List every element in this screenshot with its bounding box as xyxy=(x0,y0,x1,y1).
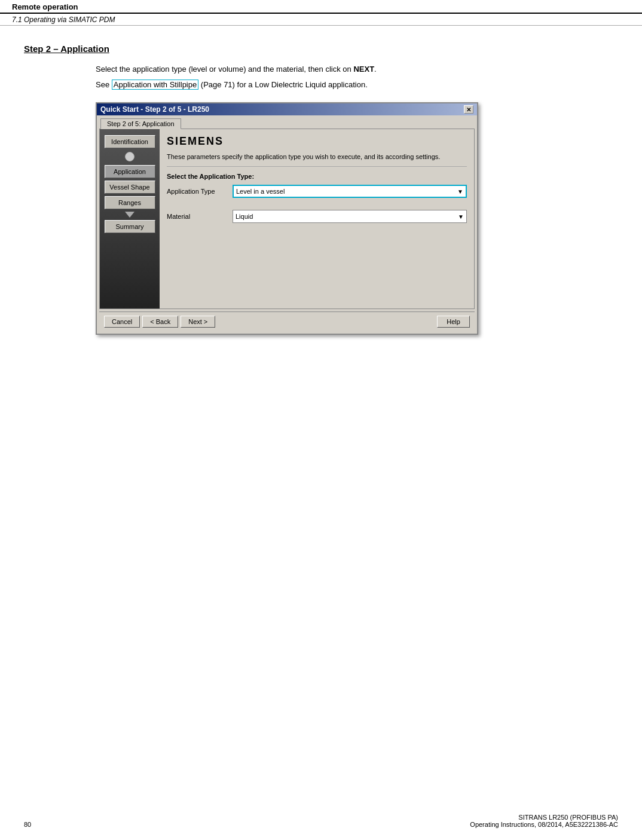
material-label: Material xyxy=(167,213,233,220)
header-subtitle: 7.1 Operating via SIMATIC PDM xyxy=(12,16,115,24)
material-select[interactable]: Liquid ▼ xyxy=(233,210,467,223)
dialog-tabs: Step 2 of 5: Application xyxy=(97,115,477,129)
main-content: Step 2 – Application Select the applicat… xyxy=(0,26,642,359)
dialog-footer: Cancel < Back Next > Help xyxy=(99,311,475,331)
app-type-select[interactable]: Level in a vessel ▼ xyxy=(233,185,467,198)
description-line1: Select the application type (level or vo… xyxy=(96,63,618,75)
footer-right-buttons: Help xyxy=(437,316,470,328)
description-block: Select the application type (level or vo… xyxy=(96,63,618,90)
back-button[interactable]: < Back xyxy=(142,316,178,328)
page-subheader: 7.1 Operating via SIMATIC PDM xyxy=(0,14,642,26)
header-title: Remote operation xyxy=(12,2,78,11)
sidebar-item-application[interactable]: Application xyxy=(105,165,155,178)
dialog-tab-application[interactable]: Step 2 of 5: Application xyxy=(100,118,181,129)
sidebar-nav: Identification Application Vessel Shape … xyxy=(100,129,160,308)
dialog-window: Quick Start - Step 2 of 5 - LR250 ✕ Step… xyxy=(96,102,478,335)
form-row-app-type: Application Type Level in a vessel ▼ xyxy=(167,185,467,198)
material-section: Material Liquid ▼ xyxy=(167,210,467,223)
material-dropdown-arrow-icon: ▼ xyxy=(458,213,464,220)
sidebar-item-identification[interactable]: Identification xyxy=(105,135,155,148)
stillpipe-link[interactable]: Application with Stillpipe xyxy=(112,80,198,90)
page-footer: SITRANS LR250 (PROFIBUS PA) Operating In… xyxy=(470,814,618,828)
app-type-value: Level in a vessel xyxy=(236,188,285,195)
page-header: Remote operation xyxy=(0,0,642,14)
desc2-post: for a Low Dielectric Liquid application. xyxy=(235,80,368,89)
help-button[interactable]: Help xyxy=(437,316,470,328)
footer-left-buttons: Cancel < Back Next > xyxy=(104,316,215,328)
app-type-label: Application Type xyxy=(167,188,233,195)
sidebar-item-summary[interactable]: Summary xyxy=(105,220,155,233)
product-name: SITRANS LR250 (PROFIBUS PA) xyxy=(470,814,618,821)
page-ref: Page 71 xyxy=(203,80,232,89)
step-indicator-application xyxy=(125,152,134,161)
sidebar-item-vessel-shape[interactable]: Vessel Shape xyxy=(105,181,155,194)
dialog-body: Identification Application Vessel Shape … xyxy=(99,129,475,309)
desc1-end: . xyxy=(374,65,377,74)
form-row-material: Material Liquid ▼ xyxy=(167,210,467,223)
next-button[interactable]: Next > xyxy=(181,316,215,328)
dropdown-arrow-icon: ▼ xyxy=(457,188,463,195)
page-number: 80 xyxy=(24,821,31,828)
dialog-container: Quick Start - Step 2 of 5 - LR250 ✕ Step… xyxy=(96,102,618,335)
desc2-pre: See xyxy=(96,80,112,89)
material-value: Liquid xyxy=(236,213,253,220)
close-button[interactable]: ✕ xyxy=(464,105,473,114)
description-line2: See Application with Stillpipe (Page 71)… xyxy=(96,79,618,91)
dialog-main-content: SIEMENS These parameters specify the app… xyxy=(160,129,474,308)
dialog-title: Quick Start - Step 2 of 5 - LR250 xyxy=(100,105,209,114)
dialog-description: These parameters specify the application… xyxy=(167,152,467,167)
cancel-button[interactable]: Cancel xyxy=(104,316,140,328)
arrow-down-icon xyxy=(125,212,134,218)
section-title: Step 2 – Application xyxy=(24,44,618,54)
desc1-bold: NEXT xyxy=(353,65,374,74)
siemens-logo: SIEMENS xyxy=(167,135,467,148)
doc-info: Operating Instructions, 08/2014, A5E3222… xyxy=(470,821,618,828)
sidebar-item-ranges[interactable]: Ranges xyxy=(105,196,155,209)
dialog-titlebar: Quick Start - Step 2 of 5 - LR250 ✕ xyxy=(97,103,477,115)
select-app-type-label: Select the Application Type: xyxy=(167,173,467,180)
desc1-pre: Select the application type (level or vo… xyxy=(96,65,353,74)
